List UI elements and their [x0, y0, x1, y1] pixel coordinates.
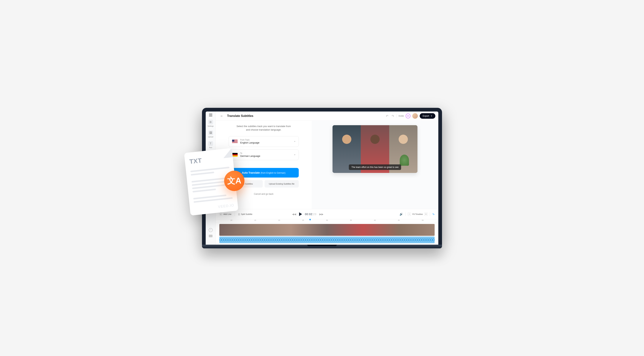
image-icon: 🖼: [208, 130, 213, 135]
from-label: From Track: [240, 139, 260, 141]
timecode: 00:02:23: [305, 213, 317, 216]
from-value: English Language: [240, 141, 260, 144]
help-icon[interactable]: ?: [209, 228, 213, 232]
split-subtitle-button[interactable]: [ ] Split Subtitle: [238, 213, 252, 215]
user-avatar[interactable]: [412, 113, 418, 119]
fit-label: Fit Timeline: [412, 213, 423, 215]
plus-icon: +: [219, 213, 222, 216]
invite-link[interactable]: Invite: [398, 115, 404, 117]
waveform-toggle-icon[interactable]: ∿: [432, 212, 435, 216]
back-arrow-icon[interactable]: ←: [218, 113, 225, 119]
video-preview[interactable]: The team effort on this has been so grea…: [332, 125, 418, 173]
menu-icon[interactable]: [209, 114, 212, 116]
primary-label: Auto Translate: [242, 171, 260, 174]
collaborator-avatar[interactable]: SK: [406, 114, 410, 118]
split-icon: [ ]: [238, 213, 240, 215]
translate-badge-icon: 文A: [224, 171, 244, 191]
video-track[interactable]: [216, 223, 438, 236]
primary-sublabel: (from English to German): [260, 172, 286, 174]
split-label: Split Subtitle: [241, 213, 252, 215]
zoom-out-button[interactable]: −: [408, 213, 411, 216]
add-line-label: Add Line: [224, 213, 231, 215]
video-caption: The team effort on this has been so grea…: [349, 164, 401, 170]
to-value: German Language: [240, 155, 260, 157]
gear-icon: ⚙: [208, 120, 213, 124]
topbar: ← Translate Subtitles ↶ ↷ Invite SK Expo…: [216, 111, 438, 121]
sidebar-label: Text: [209, 147, 212, 148]
chevron-down-icon: ▾: [294, 140, 295, 142]
to-language-select[interactable]: To German Language ▾: [228, 149, 299, 160]
skip-forward-icon[interactable]: ▶▶: [320, 213, 324, 216]
redo-icon[interactable]: ↷: [391, 114, 395, 119]
tick: 20: [267, 219, 291, 223]
tick: 35: [339, 219, 363, 223]
tick: 30: [315, 219, 339, 223]
volume-icon[interactable]: 🔊: [400, 213, 403, 216]
divider: [430, 212, 430, 216]
panel-subtitle: Select the subtitles track you want to t…: [236, 124, 291, 132]
zoom-in-button[interactable]: +: [424, 213, 428, 216]
sidebar-item-settings[interactable]: ⚙ Settings: [208, 120, 214, 127]
tick: 10: [219, 219, 243, 223]
tick: 45: [387, 219, 411, 223]
keyboard-icon[interactable]: [209, 235, 212, 237]
flag-us-icon: [232, 140, 238, 143]
export-label: Export: [422, 115, 429, 117]
tick: 40: [363, 219, 387, 223]
video-clip[interactable]: [219, 224, 435, 236]
timeline-ruler[interactable]: 10 15 20 25 30 35 40 45 50: [216, 219, 438, 223]
cancel-link[interactable]: Cancel and go back: [254, 193, 274, 195]
watermark: VEED.IO: [218, 203, 234, 209]
add-line-button[interactable]: + Add Line: [219, 213, 231, 216]
flag-de-icon: [232, 153, 238, 157]
preview-panel: The team effort on this has been so grea…: [312, 121, 438, 209]
chevron-down-icon: ▾: [294, 154, 295, 156]
sidebar-label: Settings: [208, 125, 214, 127]
text-icon: T: [208, 141, 213, 146]
upload-subtitles-button[interactable]: Upload Existing Subtitles file: [264, 180, 299, 188]
skip-back-icon[interactable]: ◀◀: [292, 213, 296, 216]
timeline: + Add Line [ ] Split Subtitle ◀◀: [216, 209, 438, 245]
play-button[interactable]: [299, 212, 302, 216]
to-label: To: [240, 152, 260, 154]
sidebar-item-upload[interactable]: 🖼 Upload: [208, 130, 213, 138]
tick: 25: [291, 219, 315, 223]
tick: 15: [243, 219, 267, 223]
page-title: Translate Subtitles: [227, 114, 253, 118]
divider: [396, 114, 397, 118]
divider: [405, 212, 406, 216]
from-track-select[interactable]: From Track English Language ▾: [228, 136, 299, 147]
sidebar-item-text[interactable]: T Text: [208, 141, 213, 148]
sidebar-label: Upload: [208, 136, 213, 138]
upload-icon: ⇪: [430, 115, 432, 117]
tick: 50: [411, 219, 435, 223]
undo-icon[interactable]: ↶: [385, 114, 389, 119]
doc-label: TXT: [189, 154, 229, 165]
export-button[interactable]: Export ⇪: [420, 113, 435, 119]
audio-track[interactable]: [219, 237, 435, 243]
